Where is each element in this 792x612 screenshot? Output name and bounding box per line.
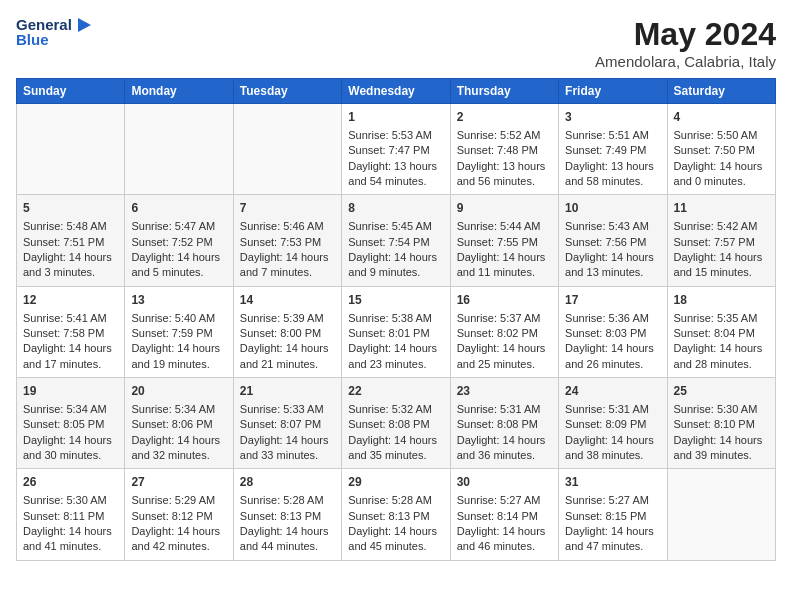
day-info: and 33 minutes. (240, 448, 335, 463)
logo-blue: Blue (16, 32, 91, 49)
day-info: Sunset: 7:58 PM (23, 326, 118, 341)
day-info: and 30 minutes. (23, 448, 118, 463)
day-number: 28 (240, 474, 335, 491)
calendar-cell: 24Sunrise: 5:31 AMSunset: 8:09 PMDayligh… (559, 378, 667, 469)
day-info: Daylight: 14 hours (23, 250, 118, 265)
day-info: Daylight: 14 hours (348, 524, 443, 539)
calendar-cell: 28Sunrise: 5:28 AMSunset: 8:13 PMDayligh… (233, 469, 341, 560)
day-info: and 39 minutes. (674, 448, 769, 463)
calendar-cell: 29Sunrise: 5:28 AMSunset: 8:13 PMDayligh… (342, 469, 450, 560)
day-info: Sunrise: 5:28 AM (240, 493, 335, 508)
day-info: Daylight: 13 hours (348, 159, 443, 174)
day-info: Sunrise: 5:50 AM (674, 128, 769, 143)
day-info: Sunset: 8:09 PM (565, 417, 660, 432)
day-info: Sunset: 8:12 PM (131, 509, 226, 524)
calendar-cell: 18Sunrise: 5:35 AMSunset: 8:04 PMDayligh… (667, 286, 775, 377)
month-year-title: May 2024 (595, 16, 776, 53)
calendar-cell: 3Sunrise: 5:51 AMSunset: 7:49 PMDaylight… (559, 104, 667, 195)
day-of-week-header: Monday (125, 79, 233, 104)
day-info: Sunset: 8:02 PM (457, 326, 552, 341)
day-number: 19 (23, 383, 118, 400)
day-info: and 47 minutes. (565, 539, 660, 554)
day-number: 20 (131, 383, 226, 400)
day-info: and 42 minutes. (131, 539, 226, 554)
calendar-cell (125, 104, 233, 195)
calendar-cell: 14Sunrise: 5:39 AMSunset: 8:00 PMDayligh… (233, 286, 341, 377)
day-info: Daylight: 14 hours (240, 524, 335, 539)
day-info: and 54 minutes. (348, 174, 443, 189)
day-number: 30 (457, 474, 552, 491)
day-info: and 45 minutes. (348, 539, 443, 554)
day-number: 7 (240, 200, 335, 217)
day-info: Daylight: 14 hours (674, 341, 769, 356)
day-info: and 23 minutes. (348, 357, 443, 372)
day-info: Sunset: 8:06 PM (131, 417, 226, 432)
day-info: Sunrise: 5:53 AM (348, 128, 443, 143)
day-number: 29 (348, 474, 443, 491)
day-info: Daylight: 14 hours (565, 433, 660, 448)
day-info: Daylight: 14 hours (457, 433, 552, 448)
day-info: Sunrise: 5:41 AM (23, 311, 118, 326)
day-number: 21 (240, 383, 335, 400)
day-info: and 56 minutes. (457, 174, 552, 189)
calendar-cell: 19Sunrise: 5:34 AMSunset: 8:05 PMDayligh… (17, 378, 125, 469)
day-of-week-header: Friday (559, 79, 667, 104)
day-info: Sunrise: 5:36 AM (565, 311, 660, 326)
day-info: and 19 minutes. (131, 357, 226, 372)
day-info: Daylight: 14 hours (131, 524, 226, 539)
day-info: Sunrise: 5:51 AM (565, 128, 660, 143)
day-info: Sunrise: 5:44 AM (457, 219, 552, 234)
calendar-cell: 20Sunrise: 5:34 AMSunset: 8:06 PMDayligh… (125, 378, 233, 469)
day-info: Daylight: 14 hours (240, 341, 335, 356)
day-number: 26 (23, 474, 118, 491)
day-info: Sunrise: 5:45 AM (348, 219, 443, 234)
day-info: Sunrise: 5:39 AM (240, 311, 335, 326)
calendar-header-row: SundayMondayTuesdayWednesdayThursdayFrid… (17, 79, 776, 104)
day-info: Sunset: 7:55 PM (457, 235, 552, 250)
day-info: Daylight: 14 hours (674, 159, 769, 174)
day-info: Sunset: 7:57 PM (674, 235, 769, 250)
day-info: Daylight: 14 hours (674, 433, 769, 448)
day-info: and 28 minutes. (674, 357, 769, 372)
day-info: Sunrise: 5:34 AM (23, 402, 118, 417)
day-number: 16 (457, 292, 552, 309)
day-info: Sunset: 7:59 PM (131, 326, 226, 341)
day-info: Sunset: 7:49 PM (565, 143, 660, 158)
day-number: 9 (457, 200, 552, 217)
day-info: Sunset: 8:13 PM (348, 509, 443, 524)
day-info: Sunrise: 5:27 AM (565, 493, 660, 508)
day-info: Daylight: 14 hours (565, 524, 660, 539)
day-info: Sunrise: 5:38 AM (348, 311, 443, 326)
day-number: 23 (457, 383, 552, 400)
day-number: 12 (23, 292, 118, 309)
page-header: General Blue May 2024 Amendolara, Calabr… (16, 16, 776, 70)
day-number: 15 (348, 292, 443, 309)
day-of-week-header: Wednesday (342, 79, 450, 104)
day-info: and 9 minutes. (348, 265, 443, 280)
day-info: and 15 minutes. (674, 265, 769, 280)
day-number: 22 (348, 383, 443, 400)
day-info: Sunset: 8:08 PM (457, 417, 552, 432)
day-info: Daylight: 14 hours (23, 433, 118, 448)
day-info: Sunset: 8:15 PM (565, 509, 660, 524)
day-info: and 3 minutes. (23, 265, 118, 280)
calendar-cell: 16Sunrise: 5:37 AMSunset: 8:02 PMDayligh… (450, 286, 558, 377)
day-info: Sunrise: 5:43 AM (565, 219, 660, 234)
day-info: and 44 minutes. (240, 539, 335, 554)
day-info: Sunset: 7:47 PM (348, 143, 443, 158)
day-of-week-header: Thursday (450, 79, 558, 104)
calendar-cell (17, 104, 125, 195)
day-number: 10 (565, 200, 660, 217)
day-info: Daylight: 14 hours (240, 250, 335, 265)
calendar-cell: 4Sunrise: 5:50 AMSunset: 7:50 PMDaylight… (667, 104, 775, 195)
title-block: May 2024 Amendolara, Calabria, Italy (595, 16, 776, 70)
day-info: Sunrise: 5:37 AM (457, 311, 552, 326)
day-info: and 11 minutes. (457, 265, 552, 280)
day-info: and 7 minutes. (240, 265, 335, 280)
day-info: Sunset: 7:51 PM (23, 235, 118, 250)
calendar-cell: 23Sunrise: 5:31 AMSunset: 8:08 PMDayligh… (450, 378, 558, 469)
day-info: and 21 minutes. (240, 357, 335, 372)
day-info: Sunset: 8:00 PM (240, 326, 335, 341)
day-info: and 38 minutes. (565, 448, 660, 463)
day-info: and 35 minutes. (348, 448, 443, 463)
